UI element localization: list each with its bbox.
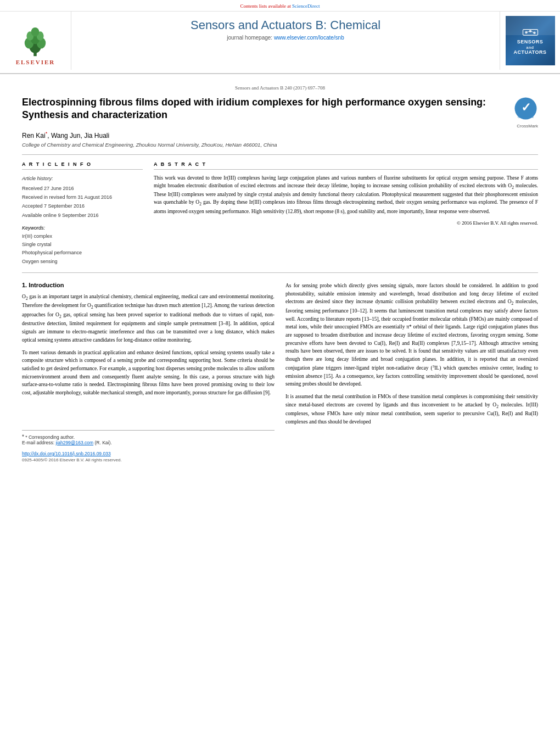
available-date: Available online 9 September 2016 bbox=[22, 211, 143, 220]
sensors-badge-icon bbox=[522, 26, 539, 37]
contents-label: Contents lists available at bbox=[240, 3, 291, 9]
article-section: Sensors and Actuators B 240 (2017) 697–7… bbox=[0, 74, 560, 473]
header-right-logo: SENSORS and ACTUATORS bbox=[500, 12, 560, 70]
journal-title: Sensors and Actuators B: Chemical bbox=[82, 18, 489, 32]
keywords-section: Keywords: Ir(III) complex Single crystal… bbox=[22, 225, 143, 266]
sciencedirect-link[interactable]: ScienceDirect bbox=[292, 3, 320, 9]
article-title: Electrospinning fibrous films doped with… bbox=[22, 96, 513, 122]
footnote-email-label: E-mail address: bbox=[22, 440, 54, 445]
footnote-email-link[interactable]: jiah299@163.com bbox=[55, 440, 93, 445]
crossmark-icon: ✓ CrossMark bbox=[513, 96, 538, 121]
svg-point-11 bbox=[533, 31, 536, 34]
sensors-badge-text-sensors: SENSORS bbox=[517, 39, 544, 46]
footnote-email-author: (R. Kai). bbox=[94, 440, 111, 445]
body-right: As for sensing probe which directly give… bbox=[285, 282, 538, 462]
journal-homepage: journal homepage: www.elsevier.com/locat… bbox=[82, 35, 489, 41]
body-paragraph-1: O2 gas is an important target in analyti… bbox=[22, 293, 275, 344]
journal-header: Contents lists available at ScienceDirec… bbox=[0, 0, 560, 74]
footnote-corresponding: * * Corresponding author. bbox=[22, 434, 275, 440]
body-section: 1. Introduction O2 gas is an important t… bbox=[22, 282, 538, 462]
issn-line: 0925-4005/© 2016 Elsevier B.V. All right… bbox=[22, 458, 275, 462]
page: Contents lists available at ScienceDirec… bbox=[0, 0, 560, 742]
keywords-title: Keywords: bbox=[22, 225, 143, 231]
info-abstract-cols: A R T I C L E I N F O Article history: R… bbox=[22, 154, 538, 273]
authors: Ren Kai*, Wang Jun, Jia Huali bbox=[22, 131, 538, 140]
keywords-list: Ir(III) complex Single crystal Photophys… bbox=[22, 232, 143, 266]
accepted-date: Accepted 7 September 2016 bbox=[22, 202, 143, 210]
keyword-2: Single crystal bbox=[22, 241, 143, 249]
svg-point-7 bbox=[31, 27, 40, 36]
header-main: ELSEVIER Sensors and Actuators B: Chemic… bbox=[0, 12, 560, 70]
history-title: Article history: bbox=[22, 174, 143, 183]
sensors-badge-text-and: and bbox=[527, 46, 534, 49]
keyword-4: Oxygen sensing bbox=[22, 258, 143, 266]
header-center: Sensors and Actuators B: Chemical journa… bbox=[71, 12, 500, 70]
abstract-copyright: © 2016 Elsevier B.V. All rights reserved… bbox=[154, 220, 538, 227]
abstract-header: A B S T R A C T bbox=[154, 161, 538, 170]
received-revised-date: Received in revised form 31 August 2016 bbox=[22, 193, 143, 202]
doi-line: Sensors and Actuators B 240 (2017) 697–7… bbox=[22, 85, 538, 91]
elsevier-tree-icon bbox=[19, 27, 52, 57]
keyword-1: Ir(III) complex bbox=[22, 232, 143, 241]
elsevier-logo: ELSEVIER bbox=[16, 27, 55, 65]
elsevier-label: ELSEVIER bbox=[16, 59, 55, 65]
received-date: Received 27 June 2016 bbox=[22, 184, 143, 193]
header-left-logo: ELSEVIER bbox=[0, 12, 71, 70]
svg-point-9 bbox=[525, 31, 528, 34]
author-names: Ren Kai*, Wang Jun, Jia Huali bbox=[22, 132, 109, 140]
footnote-section: * * Corresponding author. E-mail address… bbox=[22, 430, 275, 445]
sensors-badge: SENSORS and ACTUATORS bbox=[506, 16, 555, 65]
svg-text:CrossMark: CrossMark bbox=[518, 115, 534, 119]
article-info-col: A R T I C L E I N F O Article history: R… bbox=[22, 161, 143, 266]
keyword-3: Photophysical performance bbox=[22, 249, 143, 257]
body-paragraph-3: As for sensing probe which directly give… bbox=[285, 282, 538, 388]
svg-point-10 bbox=[529, 30, 531, 32]
body-left: 1. Introduction O2 gas is an important t… bbox=[22, 282, 275, 462]
section-title: Introduction bbox=[29, 282, 64, 288]
affiliation: College of Chemistry and Chemical Engine… bbox=[22, 142, 538, 148]
homepage-label: journal homepage: bbox=[227, 35, 272, 41]
footnote-label: * Corresponding author. bbox=[25, 434, 75, 440]
section-number: 1. bbox=[22, 282, 27, 288]
abstract-text: This work was devoted to three Ir(III) c… bbox=[154, 174, 538, 227]
svg-text:✓: ✓ bbox=[521, 101, 531, 114]
svg-rect-8 bbox=[523, 29, 537, 35]
body-paragraph-4: It is assumed that the metal contributio… bbox=[285, 393, 538, 426]
footnote-block: * * Corresponding author. E-mail address… bbox=[22, 430, 275, 462]
doi-footer: http://dx.doi.org/10.1016/j.snb.2016.09.… bbox=[22, 451, 275, 456]
footnote-email-line: E-mail address: jiah299@163.com (R. Kai)… bbox=[22, 440, 275, 445]
body-paragraph-2: To meet various demands in practical app… bbox=[22, 349, 275, 397]
footnote-star: * bbox=[22, 434, 24, 440]
homepage-url[interactable]: www.elsevier.com/locate/snb bbox=[274, 35, 344, 41]
doi-link[interactable]: http://dx.doi.org/10.1016/j.snb.2016.09.… bbox=[22, 451, 111, 456]
article-title-block: Electrospinning fibrous films doped with… bbox=[22, 96, 538, 122]
header-top-bar: Contents lists available at ScienceDirec… bbox=[0, 0, 560, 12]
article-history: Article history: Received 27 June 2016 R… bbox=[22, 174, 143, 220]
section-heading-intro: 1. Introduction bbox=[22, 282, 275, 288]
crossmark-label: CrossMark bbox=[22, 124, 538, 129]
article-info-header: A R T I C L E I N F O bbox=[22, 161, 143, 170]
abstract-col: A B S T R A C T This work was devoted to… bbox=[154, 161, 538, 266]
sensors-badge-text-actuators: ACTUATORS bbox=[513, 49, 546, 56]
